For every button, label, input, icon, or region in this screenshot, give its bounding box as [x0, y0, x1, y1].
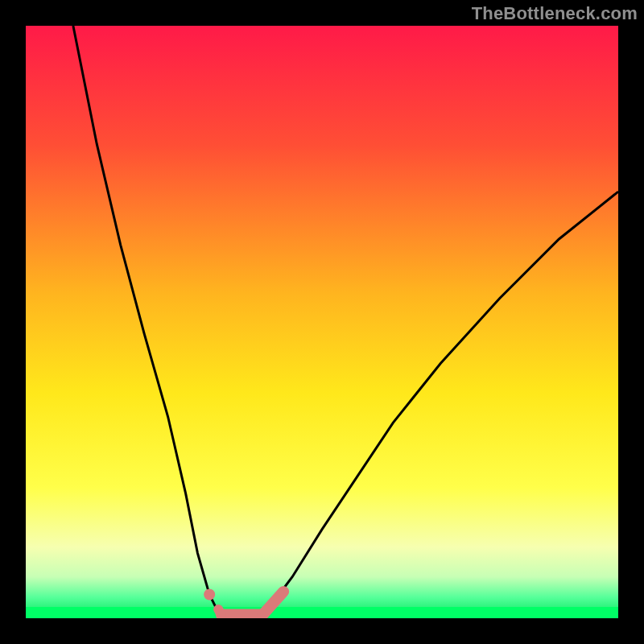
chart-frame: TheBottleneck.com [0, 0, 644, 644]
green-baseline-strip [26, 607, 618, 618]
left-dot-marker [204, 589, 215, 601]
left-arm-marker [218, 609, 221, 615]
chart-svg [26, 26, 618, 618]
watermark-text: TheBottleneck.com [472, 3, 638, 24]
plot-area [26, 26, 618, 618]
